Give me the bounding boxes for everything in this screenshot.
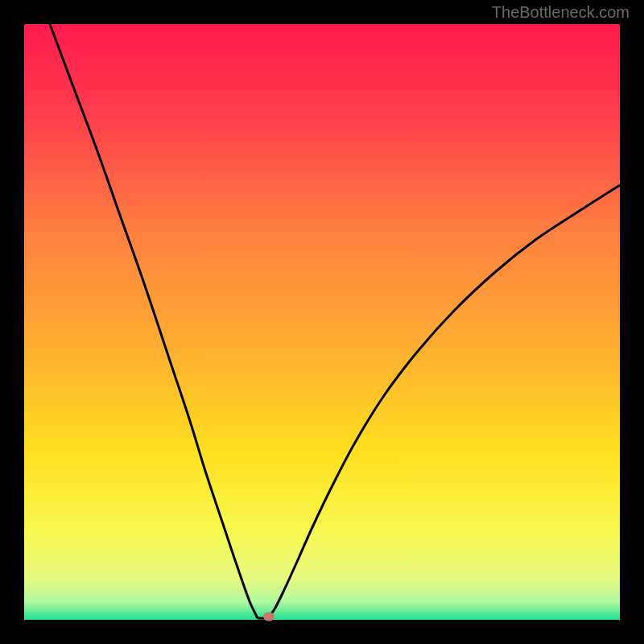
bottleneck-curve	[24, 24, 620, 620]
minimum-marker	[263, 613, 275, 621]
chart-container	[24, 24, 620, 620]
watermark-text: TheBottleneck.com	[492, 3, 630, 22]
